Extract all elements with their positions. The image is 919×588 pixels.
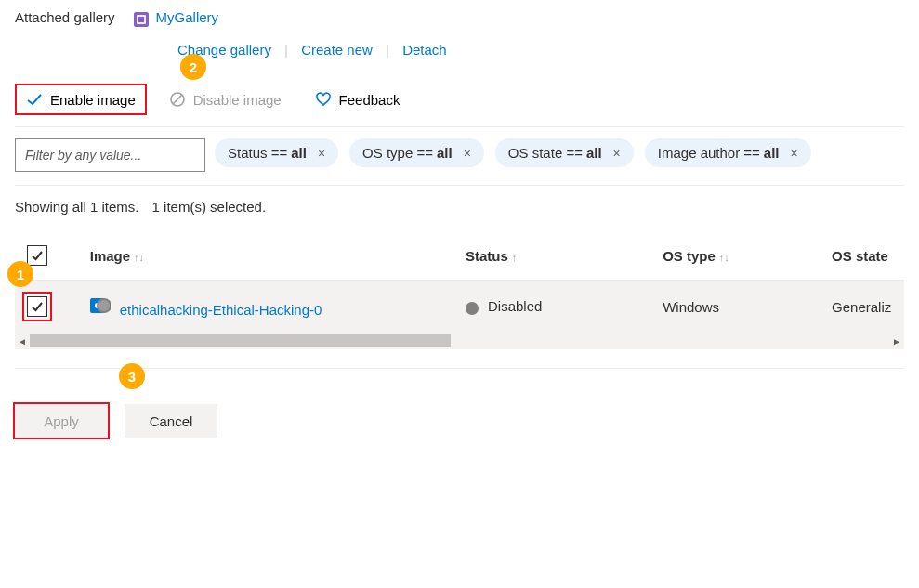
vm-icon	[90, 296, 111, 315]
table-row[interactable]: ethicalhacking-Ethical-Hacking-0Disabled…	[15, 281, 904, 333]
pill-key: OS state ==	[508, 145, 583, 161]
pill-key: Image author ==	[658, 145, 760, 161]
gallery-header: Attached gallery MyGallery	[15, 9, 904, 25]
enable-image-label: Enable image	[50, 92, 136, 108]
status-dot-icon	[466, 302, 479, 315]
image-name-link[interactable]: ethicalhacking-Ethical-Hacking-0	[120, 302, 322, 318]
close-icon[interactable]: ×	[613, 146, 621, 161]
filter-input[interactable]	[15, 138, 205, 172]
pill-value: all	[764, 145, 780, 161]
filter-pill[interactable]: OS state == all×	[495, 138, 634, 167]
separator: |	[284, 42, 288, 58]
create-new-link[interactable]: Create new	[301, 42, 373, 58]
enable-image-button[interactable]: Enable image	[15, 84, 147, 115]
apply-button[interactable]: Apply	[15, 404, 108, 438]
close-icon[interactable]: ×	[318, 146, 325, 161]
disable-image-label: Disable image	[193, 92, 282, 108]
close-icon[interactable]: ×	[791, 146, 798, 161]
callout-badge-2: 2	[180, 54, 206, 80]
feedback-button[interactable]: Feedback	[304, 84, 412, 115]
sort-asc-icon: ↑	[512, 252, 518, 263]
attached-gallery-label: Attached gallery	[15, 9, 115, 25]
filter-pills: Status == all×OS type == all×OS state ==…	[215, 138, 811, 167]
filter-section: Status == all×OS type == all×OS state ==…	[15, 138, 904, 186]
select-all-checkbox[interactable]	[27, 245, 47, 266]
scroll-right-arrow[interactable]: ►	[889, 336, 904, 346]
footer-separator	[15, 368, 904, 369]
feedback-label: Feedback	[339, 92, 400, 108]
toolbar: 2 Enable image Disable image Feedback	[15, 84, 904, 127]
os-state-cell: Generaliz	[824, 281, 904, 333]
column-header-os-state[interactable]: OS state	[824, 231, 904, 281]
gallery-icon	[134, 12, 149, 27]
column-header-status[interactable]: Status↑	[458, 231, 655, 281]
heart-icon	[315, 91, 332, 108]
gallery-name-link[interactable]: MyGallery	[156, 9, 219, 25]
images-table: Image↑↓ Status↑ OS type↑↓ OS state ethic…	[15, 231, 904, 333]
filter-pill[interactable]: Image author == all×	[645, 138, 811, 167]
pill-key: Status ==	[228, 145, 287, 161]
scroll-track[interactable]	[30, 333, 889, 349]
cancel-button[interactable]: Cancel	[125, 404, 217, 438]
column-header-os-type[interactable]: OS type↑↓	[655, 231, 824, 281]
svg-point-8	[98, 300, 110, 311]
svg-line-4	[173, 95, 182, 104]
pill-key: OS type ==	[362, 145, 433, 161]
close-icon[interactable]: ×	[464, 146, 471, 161]
separator: |	[386, 42, 389, 58]
scroll-thumb[interactable]	[30, 334, 451, 347]
scroll-left-arrow[interactable]: ◄	[15, 336, 30, 346]
disable-image-button: Disable image	[158, 84, 293, 115]
svg-rect-2	[138, 17, 144, 22]
sort-icon: ↑↓	[134, 252, 144, 263]
check-icon	[26, 91, 43, 108]
pill-value: all	[437, 145, 453, 161]
row-checkbox[interactable]	[27, 296, 47, 317]
gallery-links-row: Change gallery | Create new | Detach	[168, 42, 904, 58]
horizontal-scrollbar[interactable]: ◄ ►	[15, 333, 904, 349]
images-table-wrap: 1 Image↑↓ Status↑ OS type↑↓	[15, 231, 904, 349]
detach-link[interactable]: Detach	[402, 42, 447, 58]
callout-badge-1: 1	[7, 261, 33, 287]
pill-value: all	[291, 145, 307, 161]
sort-icon: ↑↓	[719, 252, 729, 263]
filter-pill[interactable]: Status == all×	[215, 138, 338, 167]
pill-value: all	[586, 145, 602, 161]
footer: 3 Apply Cancel	[15, 382, 904, 438]
os-type-cell: Windows	[655, 281, 824, 333]
forbid-icon	[169, 91, 186, 108]
callout-badge-3: 3	[119, 363, 145, 389]
results-selected: 1 item(s) selected.	[152, 199, 267, 215]
filter-pill[interactable]: OS type == all×	[349, 138, 484, 167]
results-summary: Showing all 1 items. 1 item(s) selected.	[15, 199, 904, 215]
results-count: Showing all 1 items.	[15, 199, 138, 215]
status-text: Disabled	[488, 298, 542, 314]
column-header-image[interactable]: Image↑↓	[83, 231, 458, 281]
